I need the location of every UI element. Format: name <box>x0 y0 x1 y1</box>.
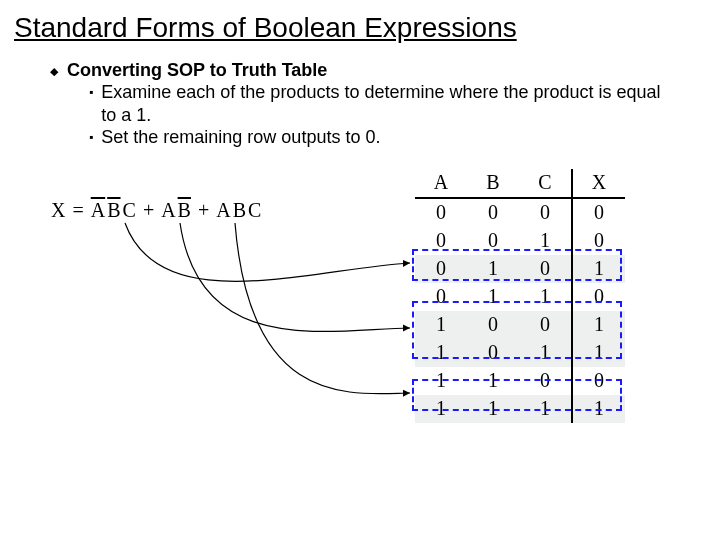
eq-plus-2: + <box>197 199 210 222</box>
slide-content: ◆ Converting SOP to Truth Table ▪ Examin… <box>0 50 720 459</box>
table-row: 1001 <box>415 311 625 339</box>
eq-eq: = <box>71 199 84 222</box>
table-row: 1011 <box>415 339 625 367</box>
eq-t3-a: A <box>215 199 231 222</box>
eq-t3-c: C <box>247 199 262 222</box>
eq-t1-a: A <box>90 199 106 222</box>
table-row: 0101 <box>415 255 625 283</box>
eq-t1-b: B <box>106 199 121 222</box>
eq-t2-a: A <box>160 199 176 222</box>
table-row: 0110 <box>415 283 625 311</box>
sub-bullet-2: Set the remaining row outputs to 0. <box>101 126 380 149</box>
eq-lhs: X <box>50 199 66 222</box>
th-x: X <box>572 169 625 198</box>
th-b: B <box>467 169 519 198</box>
table-row: 1111 <box>415 395 625 423</box>
eq-t3-b: B <box>232 199 247 222</box>
th-c: C <box>519 169 572 198</box>
eq-plus-1: + <box>142 199 155 222</box>
section-heading: Converting SOP to Truth Table <box>67 60 680 81</box>
table-row: 0000 <box>415 198 625 227</box>
square-bullet-icon: ▪ <box>89 81 93 126</box>
sub-bullet-1: Examine each of the products to determin… <box>101 81 680 126</box>
square-bullet-icon: ▪ <box>89 126 93 149</box>
truth-table: A B C X 0000 0010 0101 0110 1001 1011 11… <box>415 169 625 423</box>
table-row: 1100 <box>415 367 625 395</box>
figure-area: X = ABC + AB + ABC A B C X 0000 0010 010… <box>50 179 680 459</box>
boolean-equation: X = ABC + AB + ABC <box>50 199 262 222</box>
th-a: A <box>415 169 467 198</box>
eq-t1-c: C <box>122 199 137 222</box>
diamond-bullet-icon: ◆ <box>50 60 57 82</box>
eq-t2-b: B <box>177 199 192 222</box>
page-title: Standard Forms of Boolean Expressions <box>0 0 720 50</box>
table-row: 0010 <box>415 227 625 255</box>
